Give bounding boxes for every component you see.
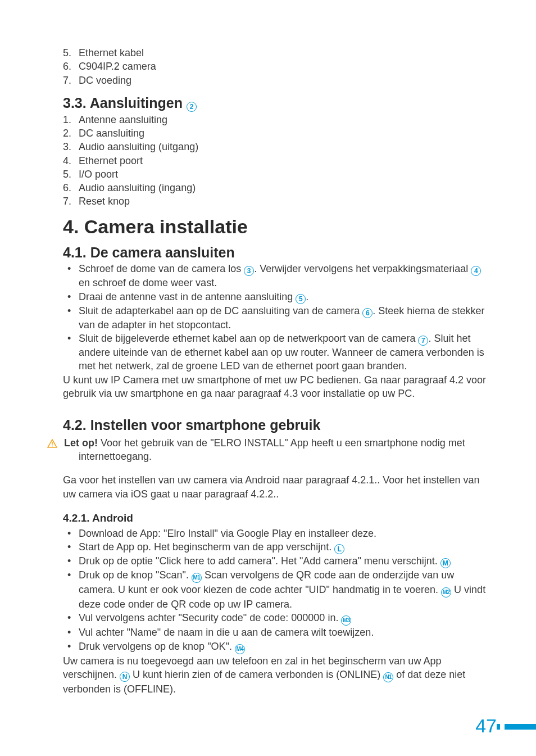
list-number: 2. [63,126,71,140]
list-text: DC aansluiting [79,128,144,139]
list-item: Start de App op. Het beginscherm van de … [63,540,491,554]
text: Sluit de adapterkabel aan op de DC aansl… [79,305,362,316]
paragraph: U kunt uw IP Camera met uw smartphone of… [63,373,491,401]
list-item: Druk op de optie "Click here to add came… [63,554,491,568]
ref-circle-icon: M [440,558,451,568]
list-text: Reset knop [79,196,130,207]
list-number: 4. [63,154,71,168]
ref-circle-icon: N1 [383,672,393,682]
list-item: 1.Antenne aansluiting [63,113,491,126]
list-text: DC voeding [79,75,131,86]
list-item: Sluit de bijgeleverde ethernet kabel aan… [63,332,491,373]
paragraph: Ga voor het instellen van uw camera via … [63,473,491,501]
list-item: 3.Audio aansluiting (uitgang) [63,140,491,153]
list-item: Sluit de adapterkabel aan op de DC aansl… [63,304,491,332]
ref-circle-icon: M4 [235,644,245,654]
list-number: 7. [63,194,71,208]
list-text: Ethernet kabel [79,47,144,58]
text: Start de App op. Het beginscherm van de … [79,541,334,553]
text: Sluit de bijgeleverde ethernet kabel aan… [79,333,418,344]
list-item: Schroef de dome van de camera los 3. Ver… [63,262,491,289]
ref-circle-icon: 2 [187,102,197,112]
text: Draai de antenne vast in de antenne aans… [79,291,296,302]
ref-circle-icon: 3 [244,266,254,276]
list-item: 4.Ethernet poort [63,154,491,168]
text: Druk vervolgens op de knop "OK". [79,641,235,652]
page-number: 47 [475,713,497,739]
heading-4-2-1: 4.2.1. Android [63,511,491,526]
ref-circle-icon: L [334,544,344,554]
ref-circle-icon: 5 [296,294,306,304]
page-decoration-bar [505,724,536,730]
list-item: 6.C904IP.2 camera [63,60,491,73]
list-text: Audio aansluiting (uitgang) [79,141,198,152]
list-number: 3. [63,140,71,153]
text: Schroef de dome van de camera los [79,263,244,274]
list-continuation: 5.Ethernet kabel 6.C904IP.2 camera 7.DC … [63,46,491,87]
heading-3-3: 3.3. Aansluitingen 2 [63,94,491,113]
list-number: 5. [63,46,71,60]
text: Vul achter "Name" de naam in die u aan d… [79,627,374,638]
ref-circle-icon: 7 [418,336,428,346]
text: . [306,291,308,302]
list-text: I/O poort [79,169,118,180]
ref-circle-icon: 4 [471,266,481,276]
heading-text: 3.3. Aansluitingen [63,95,183,111]
list-number: 5. [63,168,71,181]
heading-4-2: 4.2. Instellen voor smartphone gebruik [63,416,491,435]
text: . Verwijder vervolgens het verpakkingsma… [254,263,471,274]
svg-point-1 [52,445,53,446]
list-item: Draai de antenne vast in de antenne aans… [63,290,491,304]
list-text: Audio aansluiting (ingang) [79,182,196,193]
heading-4: 4. Camera installatie [63,214,491,240]
list-item: 5.Ethernet kabel [63,46,491,60]
attention-label: Let op! [64,437,98,449]
text: Vul vervolgens achter "Security code" de… [79,612,341,623]
text: Download de App: "Elro Install" via Goog… [79,528,376,539]
list-item: 7.Reset knop [63,194,491,208]
list-item: 5.I/O poort [63,168,491,181]
list-item: Vul vervolgens achter "Security code" de… [63,611,491,626]
list-number: 7. [63,74,71,87]
text: Druk op de knop "Scan". [79,569,192,581]
list-item: 2.DC aansluiting [63,126,491,140]
list-text: Antenne aansluiting [79,114,167,125]
attention-text: Voor het gebruik van de "ELRO INSTALL" A… [79,437,465,462]
list-4-1: Schroef de dome van de camera los 3. Ver… [63,262,491,373]
text: en schroef de dome weer vast. [79,277,217,288]
list-number: 6. [63,181,71,194]
attention-note: Let op! Voor het gebruik van de "ELRO IN… [63,436,491,464]
list-text: Ethernet poort [79,155,143,166]
list-item: Druk op de knop "Scan". M1 Scan vervolge… [63,568,491,611]
text: Druk op de optie "Click here to add came… [79,555,440,567]
list-item: 6.Audio aansluiting (ingang) [63,181,491,194]
list-3-3: 1.Antenne aansluiting 2.DC aansluiting 3… [63,113,491,209]
ref-circle-icon: N [120,672,130,682]
list-4-2-1: Download de App: "Elro Install" via Goog… [63,527,491,654]
heading-4-1: 4.1. De camera aansluiten [63,243,491,262]
list-item: Vul achter "Name" de naam in die u aan d… [63,626,491,639]
ref-circle-icon: M2 [441,587,451,597]
ref-circle-icon: M3 [341,615,351,626]
list-text: C904IP.2 camera [79,61,156,72]
list-item: Download de App: "Elro Install" via Goog… [63,527,491,540]
list-number: 1. [63,113,71,126]
ref-circle-icon: 6 [362,308,373,318]
paragraph: Uw camera is nu toegevoegd aan uw telefo… [63,654,491,696]
list-item: Druk vervolgens op de knop "OK". M4 [63,640,491,654]
list-item: 7.DC voeding [63,74,491,87]
text: U kunt hierin zien of de camera verbonde… [130,669,383,680]
ref-circle-icon: M1 [192,573,202,583]
list-number: 6. [63,60,71,73]
